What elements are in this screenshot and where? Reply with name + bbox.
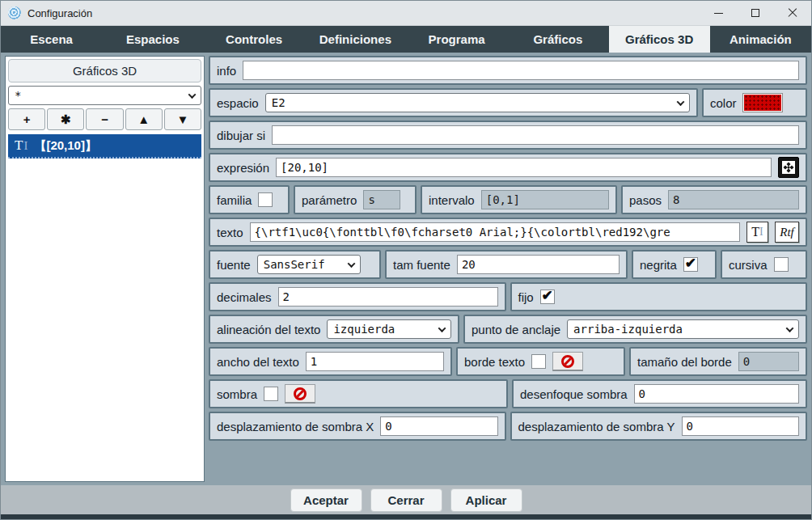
- move-down-button[interactable]: ▼: [164, 108, 201, 130]
- sombra-color-button[interactable]: [285, 384, 315, 404]
- row-alineacion: alineación del texto izquierda punto de …: [209, 315, 807, 344]
- text-editor-button[interactable]: TI: [746, 222, 768, 243]
- dibujar-si-input[interactable]: [272, 125, 799, 145]
- dibujar-si-label: dibujar si: [217, 129, 265, 142]
- object-filter-select[interactable]: *: [8, 86, 201, 105]
- desplazamiento-y-label: desplazamiento de sombra Y: [518, 420, 675, 433]
- intervalo-input: [481, 190, 609, 209]
- texto-input[interactable]: [250, 222, 740, 242]
- panel-header: Gráficos 3D: [8, 59, 201, 82]
- cursiva-checkbox[interactable]: [774, 257, 789, 272]
- tab-graficos[interactable]: Gráficos: [507, 26, 608, 53]
- tab-espacios[interactable]: Espacios: [102, 26, 203, 53]
- desplazamiento-y-input[interactable]: [682, 416, 799, 436]
- field-fijo: fijo ✔: [510, 282, 808, 311]
- add-button[interactable]: +: [8, 108, 45, 130]
- tab-animacion[interactable]: Animación: [710, 26, 811, 53]
- fijo-checkbox[interactable]: ✔: [540, 290, 555, 304]
- expresion-label: expresión: [217, 161, 269, 175]
- anclaje-select[interactable]: arriba-izquierda: [567, 319, 799, 339]
- maximize-icon: [751, 9, 759, 17]
- text3d-icon: TI: [15, 137, 27, 154]
- configuration-window: Configuración Escena Espacios Controles …: [0, 0, 812, 520]
- move-up-button[interactable]: ▲: [125, 108, 163, 130]
- close-button[interactable]: [774, 1, 811, 25]
- field-tam-fuente: tam fuente: [385, 250, 628, 279]
- checkmark-icon: ✔: [542, 292, 553, 300]
- sombra-checkbox[interactable]: [264, 387, 278, 401]
- anclaje-label: punto de anclaje: [472, 323, 560, 336]
- alineacion-label: alineación del texto: [217, 323, 320, 336]
- row-decimales: decimales fijo ✔: [209, 282, 807, 311]
- color-swatch-button[interactable]: [743, 94, 782, 112]
- object-filter-value: *: [15, 89, 21, 102]
- row-familia: familia parámetro intervalo pasos: [209, 185, 807, 214]
- aplicar-button[interactable]: Aplicar: [450, 488, 522, 512]
- fuente-select[interactable]: SansSerif: [257, 255, 361, 274]
- tab-graficos-3d[interactable]: Gráficos 3D: [609, 26, 710, 53]
- row-desplazamiento: desplazamiento de sombra X desplazamient…: [209, 412, 807, 441]
- field-pasos: pasos: [621, 185, 807, 214]
- row-texto: texto TI Rtf: [209, 218, 807, 247]
- field-desplazamiento-x: desplazamiento de sombra X: [209, 412, 506, 441]
- borde-texto-checkbox[interactable]: [531, 354, 546, 369]
- desenfoque-sombra-input[interactable]: [634, 384, 799, 404]
- expresion-input[interactable]: [276, 158, 772, 177]
- row-info: info: [209, 56, 807, 85]
- field-parametro: parámetro: [294, 185, 417, 214]
- desplazamiento-x-label: desplazamiento de sombra X: [217, 420, 374, 433]
- tam-fuente-input[interactable]: [457, 255, 620, 274]
- chevron-down-icon: [677, 98, 685, 106]
- objects-panel: Gráficos 3D * + ✱ − ▲ ▼ TI 【[20,10]】: [5, 56, 205, 482]
- tamano-borde-label: tamaño del borde: [637, 355, 732, 369]
- cursiva-label: cursiva: [729, 258, 768, 272]
- fuente-label: fuente: [217, 258, 251, 272]
- negrita-label: negrita: [640, 258, 677, 272]
- window-controls: [700, 1, 811, 25]
- field-info: info: [209, 56, 807, 85]
- text-cursor-icon: I: [759, 226, 763, 239]
- pasos-input: [668, 190, 799, 209]
- no-color-icon: [561, 355, 574, 368]
- row-expresion: expresión: [209, 153, 807, 182]
- rtf-editor-button[interactable]: Rtf: [775, 222, 799, 243]
- espacio-select[interactable]: E2: [265, 93, 690, 112]
- expand-editor-button[interactable]: [778, 157, 799, 178]
- familia-checkbox[interactable]: [258, 192, 273, 207]
- intervalo-label: intervalo: [429, 193, 475, 207]
- minimize-icon: [714, 13, 723, 14]
- field-fuente: fuente SansSerif: [209, 250, 381, 279]
- tab-programa[interactable]: Programa: [406, 26, 507, 53]
- tab-definiciones[interactable]: Definiciones: [305, 26, 406, 53]
- title-bar: Configuración: [1, 1, 811, 26]
- decimales-input[interactable]: [278, 287, 498, 307]
- espacio-select-value: E2: [272, 96, 285, 109]
- row-sombra: sombra desenfoque sombra: [209, 379, 807, 408]
- list-item[interactable]: TI 【[20,10]】: [8, 134, 201, 159]
- fuente-select-value: SansSerif: [264, 258, 325, 271]
- tab-escena[interactable]: Escena: [1, 26, 102, 53]
- remove-button[interactable]: −: [86, 108, 123, 130]
- cerrar-button[interactable]: Cerrar: [370, 488, 442, 512]
- duplicate-button[interactable]: ✱: [47, 108, 84, 130]
- alineacion-select[interactable]: izquierda: [327, 319, 451, 339]
- desplazamiento-x-input[interactable]: [380, 416, 497, 436]
- footer-bar: Aceptar Cerrar Aplicar: [1, 485, 811, 514]
- ancho-texto-input[interactable]: [306, 352, 444, 371]
- desenfoque-sombra-label: desenfoque sombra: [520, 387, 628, 401]
- ancho-texto-label: ancho del texto: [217, 355, 299, 369]
- minimize-button[interactable]: [700, 1, 737, 25]
- list-toolbar: + ✱ − ▲ ▼: [8, 108, 201, 130]
- parametro-input: [363, 190, 400, 209]
- info-input[interactable]: [243, 61, 799, 80]
- borde-color-button[interactable]: [552, 352, 583, 371]
- pasos-label: pasos: [629, 193, 662, 207]
- chevron-down-icon: [786, 324, 794, 332]
- alineacion-select-value: izquierda: [333, 323, 395, 336]
- aceptar-button[interactable]: Aceptar: [290, 488, 362, 512]
- tab-controles[interactable]: Controles: [204, 26, 305, 53]
- field-dibujar-si: dibujar si: [209, 120, 807, 150]
- negrita-checkbox[interactable]: ✔: [683, 257, 698, 272]
- field-cursiva: cursiva: [721, 250, 807, 279]
- maximize-button[interactable]: [737, 1, 774, 25]
